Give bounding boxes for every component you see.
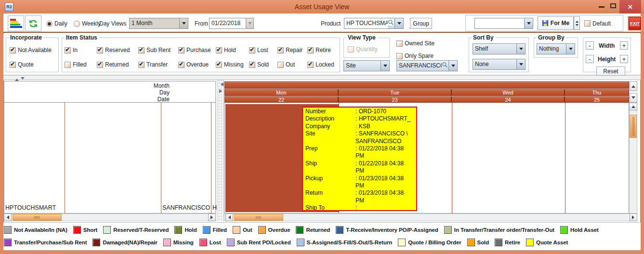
- legend-toggle-button[interactable]: [8, 15, 24, 31]
- date-header-25[interactable]: 25: [565, 96, 629, 103]
- sold-checkbox[interactable]: [249, 62, 255, 68]
- day-header-tue[interactable]: Tue: [338, 89, 451, 96]
- product-search-combo[interactable]: HP TOUCHSMART: [344, 18, 404, 29]
- day-views-select[interactable]: 1 Month: [129, 18, 188, 29]
- left-hscroll-thumb[interactable]: [13, 214, 62, 221]
- splitter-right-icon[interactable]: [219, 89, 224, 93]
- group-button[interactable]: Group: [410, 18, 432, 29]
- width-minus-button[interactable]: -: [586, 41, 594, 50]
- grid-hscroll-track[interactable]: [224, 214, 637, 221]
- sort-secondary-select[interactable]: None: [473, 59, 526, 70]
- sort-primary-select[interactable]: Shelf: [473, 43, 526, 54]
- date-header-24[interactable]: 24: [451, 96, 565, 103]
- spinner-down-icon[interactable]: [576, 24, 578, 27]
- left-tree-panel[interactable]: HPTOUCHSMART SANFRANCISCO H: [4, 103, 216, 214]
- missing-checkbox[interactable]: [216, 62, 222, 68]
- chevron-down-icon[interactable]: [179, 18, 188, 28]
- date-header-23[interactable]: 23: [338, 96, 451, 103]
- quote-checkbox[interactable]: [10, 62, 16, 68]
- returned-checkbox[interactable]: [97, 62, 103, 68]
- reserved-checkbox[interactable]: [97, 47, 103, 53]
- filled-checkbox[interactable]: [65, 62, 71, 68]
- day-views-value: 1 Month: [130, 18, 179, 28]
- repair-checkbox[interactable]: [277, 47, 284, 53]
- locked-checkbox[interactable]: [307, 62, 314, 68]
- legend-item: Out: [233, 226, 252, 234]
- grid-vscroll-thumb[interactable]: [630, 115, 637, 138]
- grid-hscroll-left-button[interactable]: [225, 214, 233, 221]
- header-scroll-down-button[interactable]: [630, 93, 637, 103]
- purchase-checkbox[interactable]: [178, 47, 184, 53]
- chevron-down-icon[interactable]: [524, 18, 533, 28]
- chevron-down-icon[interactable]: [394, 18, 403, 28]
- transfer-checkbox[interactable]: [138, 62, 145, 68]
- day-header-wed[interactable]: Wed: [451, 89, 565, 96]
- height-minus-button[interactable]: -: [586, 55, 594, 63]
- site-search-combo[interactable]: SANFRANCISCO: [396, 60, 458, 71]
- date-header-22[interactable]: 22: [224, 96, 338, 103]
- day-header-thu[interactable]: Thu: [565, 89, 629, 96]
- legend-item: In Transfer/Transfer order/Transfer-Out: [444, 226, 554, 234]
- spinner-up-icon[interactable]: [576, 19, 578, 23]
- grid-line: [452, 103, 452, 214]
- maximize-button[interactable]: [610, 3, 616, 8]
- lost-label: Lost: [257, 47, 268, 53]
- for-me-spinner[interactable]: [574, 16, 580, 30]
- chevron-down-icon[interactable]: [516, 59, 525, 69]
- chevron-down-icon[interactable]: [381, 61, 389, 71]
- refresh-button[interactable]: [25, 15, 41, 31]
- minimize-button[interactable]: [599, 6, 605, 8]
- chevron-down-icon[interactable]: [566, 44, 575, 54]
- site-row-label[interactable]: SANFRANCISCO: [162, 204, 210, 211]
- owned-site-checkbox[interactable]: [396, 40, 403, 47]
- splitter-up-icon[interactable]: [15, 77, 19, 81]
- default-checkbox[interactable]: [584, 20, 591, 27]
- grid-hscroll-thumb[interactable]: [234, 214, 283, 221]
- lost-checkbox[interactable]: [249, 47, 255, 53]
- grid-vscroll-up-button[interactable]: [629, 103, 637, 110]
- splitter-left-icon[interactable]: [219, 82, 223, 86]
- search-icon[interactable]: [442, 62, 448, 68]
- from-date-dropdown[interactable]: [246, 18, 254, 29]
- legend-swatch: [227, 239, 235, 246]
- grid-hscroll-right-button[interactable]: [630, 214, 637, 221]
- in-checkbox[interactable]: [65, 47, 71, 53]
- from-date-field[interactable]: 01/22/2018: [209, 18, 246, 29]
- retire-checkbox[interactable]: [307, 47, 314, 53]
- chevron-down-icon[interactable]: [448, 61, 457, 71]
- overdue-checkbox[interactable]: [178, 62, 184, 68]
- sort-primary-value: Shelf: [473, 44, 516, 54]
- view-mode-select[interactable]: Site: [343, 60, 390, 71]
- left-hscroll-right-button[interactable]: [208, 214, 216, 221]
- search-icon[interactable]: [388, 19, 394, 26]
- product-row-label[interactable]: HPTOUCHSMART: [5, 204, 56, 211]
- reset-button[interactable]: Reset: [596, 67, 625, 76]
- not-available-checkbox[interactable]: [10, 47, 16, 53]
- chevron-down-icon[interactable]: [246, 18, 253, 28]
- exit-button[interactable]: EXIT: [629, 17, 641, 30]
- for-me-button[interactable]: For Me: [538, 16, 574, 30]
- daily-radio[interactable]: [46, 21, 53, 27]
- only-spare-checkbox[interactable]: [396, 53, 403, 59]
- view-type-title: View Type: [346, 34, 377, 41]
- vertical-splitter[interactable]: [217, 80, 224, 221]
- sub-rent-checkbox[interactable]: [138, 47, 145, 53]
- height-plus-button[interactable]: +: [620, 55, 628, 63]
- width-plus-button[interactable]: +: [620, 41, 628, 50]
- horizontal-splitter[interactable]: [3, 75, 641, 80]
- day-header-mon[interactable]: Mon: [224, 89, 338, 96]
- out-checkbox[interactable]: [277, 62, 284, 68]
- item-status-title: Item Status: [65, 34, 99, 41]
- header-scroll-up-button[interactable]: [630, 81, 637, 91]
- legend-item: Damaged(NA)/Repair: [92, 239, 157, 246]
- saved-view-select[interactable]: [474, 18, 533, 29]
- chevron-down-icon[interactable]: [516, 44, 525, 54]
- left-hscroll-left-button[interactable]: [4, 214, 12, 221]
- hold-checkbox[interactable]: [216, 47, 222, 53]
- legend-swatch: [296, 226, 303, 234]
- title-bar[interactable]: R2 Asset Usage View ✕: [0, 0, 644, 13]
- weekly-radio[interactable]: [74, 21, 80, 27]
- close-button[interactable]: ✕: [619, 0, 641, 13]
- quantity-label: Quantity: [356, 46, 378, 53]
- group-by-select[interactable]: Nothing: [537, 43, 575, 54]
